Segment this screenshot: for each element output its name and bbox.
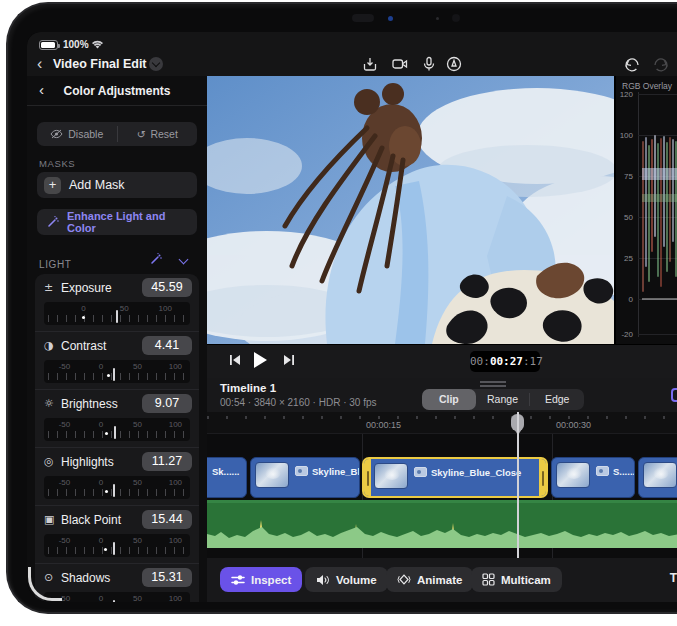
highlights-slider[interactable]: -50 0 50 100 (44, 476, 190, 499)
multicam-button[interactable]: Multicam (471, 567, 562, 592)
preview-frame-art (207, 76, 614, 344)
slider-caret[interactable] (114, 426, 116, 439)
clip-skyline-blue-wide[interactable]: Skyline_Blue_Wide (250, 457, 360, 498)
import-button[interactable] (361, 55, 381, 75)
clip-partial-right[interactable] (638, 457, 677, 498)
clip-skyline-blue-close-selected[interactable]: Skyline_Blue_Close (362, 457, 548, 498)
project-menu-button[interactable] (149, 57, 163, 71)
slider-caret[interactable] (113, 368, 115, 381)
playback-bar: 00:00:27:17 (207, 344, 677, 378)
light-label: LIGHT (39, 259, 71, 270)
clip-s-truncated[interactable]: S...... (551, 457, 635, 498)
slider-caret[interactable] (116, 310, 118, 323)
reset-button[interactable]: ↺ Reset (118, 122, 198, 146)
clip-thumbnail (374, 463, 408, 489)
slider-origin-dot (104, 548, 107, 551)
project-title[interactable]: Video Final Edit (53, 57, 147, 71)
ipad-device: 100% ‹ Video Final Edit (6, 2, 677, 614)
mode-edge[interactable]: Edge (530, 389, 584, 410)
slider-origin-dot (82, 316, 85, 319)
timeline-drag-handle[interactable] (480, 381, 506, 387)
animate-button[interactable]: Animate (386, 567, 473, 592)
brightness-value[interactable]: 9.07 (142, 394, 192, 413)
inspect-sliders-icon (231, 574, 245, 586)
tick-label: 0 (99, 420, 103, 429)
black-point-slider[interactable]: -50 0 50 100 (44, 534, 190, 557)
highlights-row: ◎ Highlights 11.27 -50 0 50 100 (35, 448, 199, 506)
disable-reset-group: Disable ↺ Reset (37, 122, 197, 146)
tick-label: -50 (59, 420, 71, 429)
add-mask-button[interactable]: + Add Mask (37, 172, 197, 198)
previous-frame-button[interactable] (228, 353, 242, 367)
trim-handle-left[interactable] (364, 459, 371, 496)
timecode-main: 00:27 (490, 355, 523, 368)
tick-label: 100 (169, 420, 182, 429)
light-collapse-chevron-icon[interactable] (179, 255, 189, 265)
tick-marks (48, 373, 186, 380)
timeline-ruler[interactable]: 00:00:15 00:00:30 (207, 412, 677, 434)
timecode-display[interactable]: 00:00:27:17 (470, 351, 540, 372)
clip-skyline-partial[interactable]: Sk...... (207, 457, 247, 498)
tick-label: 50 (120, 304, 129, 313)
clip-label: Skyline_Blue_Wide (312, 466, 360, 477)
brightness-slider[interactable]: -50 0 50 100 (44, 418, 190, 441)
shadows-value[interactable]: 15.31 (142, 568, 192, 587)
photo-icon (414, 467, 427, 477)
slider-caret[interactable] (113, 542, 115, 555)
speaker-icon (316, 574, 330, 586)
next-frame-button[interactable] (282, 353, 296, 367)
keyframe-icon (397, 573, 411, 586)
shadows-slider[interactable]: -50 0 50 100 (44, 592, 190, 602)
tick-marks (48, 547, 186, 554)
undo-button[interactable] (623, 55, 643, 75)
main-area: RGB Overlay 120 100 75 50 25 0 -20 (207, 76, 677, 602)
video-preview[interactable] (207, 76, 614, 344)
light-wand-icon[interactable] (149, 252, 163, 266)
back-chevron-icon[interactable]: ‹ (37, 54, 42, 74)
clip-label: Sk...... (212, 466, 239, 477)
contrast-value[interactable]: 4.41 (142, 336, 192, 355)
clip-label: S...... (613, 466, 635, 477)
trim-handle-right[interactable] (539, 459, 546, 496)
multicam-label: Multicam (501, 574, 551, 586)
highlights-value[interactable]: 11.27 (142, 452, 192, 471)
mode-range[interactable]: Range (476, 389, 530, 410)
timeline-name[interactable]: Timeline 1 (220, 382, 276, 394)
tick-label: -50 (59, 594, 71, 602)
panel-title: Color Adjustments (27, 84, 207, 98)
grid-icon (482, 573, 495, 586)
pencil-draw-button[interactable] (445, 55, 465, 75)
enhance-light-color-button[interactable]: Enhance Light and Color (37, 209, 197, 235)
light-section-header[interactable]: LIGHT (39, 254, 195, 270)
mode-clip[interactable]: Clip (422, 389, 476, 410)
camera-button[interactable] (391, 55, 411, 75)
enhance-label: Enhance Light and Color (67, 210, 197, 234)
microphone-button[interactable] (420, 55, 440, 75)
ambient-sensor-icon (436, 17, 439, 20)
tick-label: 100 (158, 304, 171, 313)
page-background: 100% ‹ Video Final Edit (0, 0, 677, 626)
video-track: Sk...... Skyline_Blue_Wide Sky (207, 457, 677, 498)
slider-caret[interactable] (113, 484, 115, 497)
volume-button[interactable]: Volume (305, 567, 388, 592)
timeline-meta: 00:54 · 3840 × 2160 · HDR · 30 fps (220, 397, 376, 408)
black-point-value[interactable]: 15.44 (142, 510, 192, 529)
reset-label: Reset (150, 128, 177, 140)
nav-row: ‹ Video Final Edit (27, 54, 677, 76)
audio-track[interactable] (207, 500, 677, 548)
contrast-slider[interactable]: -50 0 50 100 (44, 360, 190, 383)
playhead-line[interactable] (517, 412, 519, 558)
redo-button[interactable] (652, 55, 672, 75)
front-camera-lens-icon (388, 16, 393, 21)
inspect-button[interactable]: Inspect (220, 567, 302, 592)
exposure-value[interactable]: 45.59 (142, 278, 192, 297)
timeline-body[interactable]: 00:00:15 00:00:30 Sk...... Skyline_Blue_… (207, 412, 677, 558)
plus-icon: + (44, 177, 61, 194)
clip-thumbnail (643, 462, 677, 488)
exposure-slider[interactable]: 0 50 100 (44, 302, 190, 325)
inspect-label: Inspect (251, 574, 291, 586)
play-button[interactable] (251, 350, 269, 370)
slider-caret[interactable] (113, 600, 115, 602)
partial-clipped-button[interactable] (671, 388, 677, 402)
disable-button[interactable]: Disable (37, 122, 117, 146)
